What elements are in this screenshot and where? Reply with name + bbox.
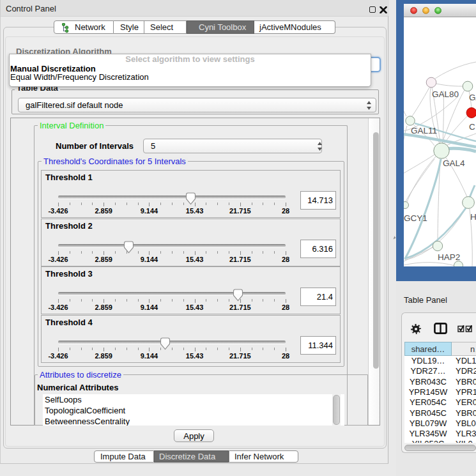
svg-text:HAP2: HAP2 — [438, 252, 460, 262]
svg-text:GA: GA — [469, 93, 476, 102]
svg-text:GAL4: GAL4 — [443, 158, 465, 168]
svg-text:GAL80: GAL80 — [432, 89, 459, 99]
svg-text:C: C — [469, 122, 475, 132]
svg-text:H: H — [470, 212, 476, 222]
svg-text:GCY1: GCY1 — [404, 213, 427, 223]
svg-text:GAL11: GAL11 — [411, 126, 437, 135]
